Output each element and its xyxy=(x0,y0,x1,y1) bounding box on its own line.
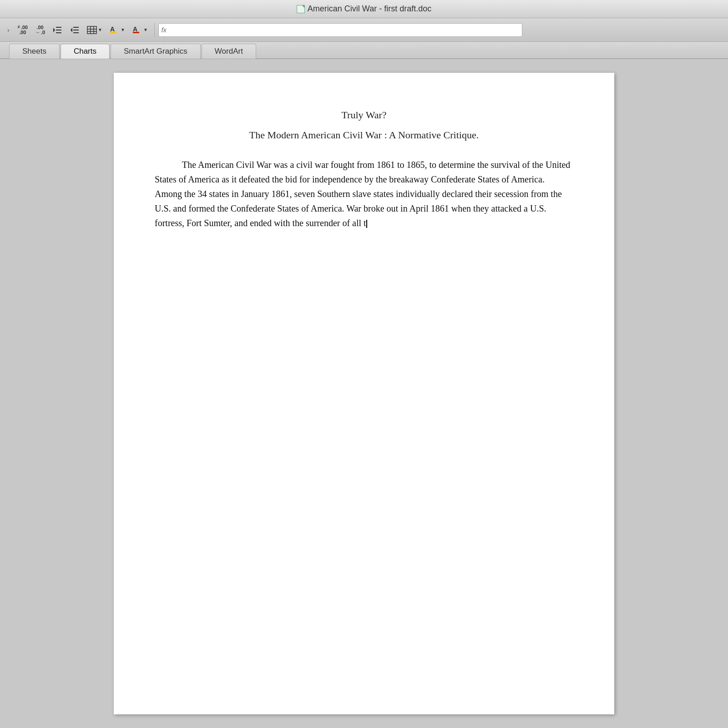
document-title-1: Truly War? xyxy=(155,109,573,121)
svg-text:A: A xyxy=(133,25,137,33)
formula-bar[interactable]: fx xyxy=(158,23,522,37)
tab-charts[interactable]: Charts xyxy=(61,44,110,59)
highlight-color-button[interactable]: A ▼ xyxy=(107,23,128,37)
fontcolor-dropdown-arrow: ▼ xyxy=(143,27,148,32)
font-color-icon: A xyxy=(132,25,142,35)
content-area: Truly War? The Modern American Civil War… xyxy=(0,59,728,728)
increase-decimal-button[interactable]: ≠.00 .00 xyxy=(15,23,30,37)
nav-arrow[interactable]: › xyxy=(4,25,13,35)
toolbar-separator xyxy=(154,23,155,37)
formula-fx-label: fx xyxy=(162,26,167,34)
decrease-indent-icon xyxy=(70,26,80,34)
highlight-dropdown-arrow: ▼ xyxy=(121,27,125,32)
document-body[interactable]: The American Civil War was a civil war f… xyxy=(155,157,573,230)
font-color-button[interactable]: A ▼ xyxy=(130,23,151,37)
document-page[interactable]: Truly War? The Modern American Civil War… xyxy=(114,73,614,714)
decrease-indent-button[interactable] xyxy=(67,24,82,36)
toolbar: › ≠.00 .00 .00 →.0 xyxy=(0,18,728,42)
tab-bar: Sheets Charts SmartArt Graphics WordArt xyxy=(0,42,728,59)
table-dropdown-arrow: ▼ xyxy=(98,27,102,32)
tab-smartart[interactable]: SmartArt Graphics xyxy=(111,44,201,59)
svg-marker-3 xyxy=(53,28,55,32)
highlight-icon: A xyxy=(110,25,120,35)
title-bar-content: American Civil War - first draft.doc xyxy=(297,4,431,14)
decimal-down-icon: .00 →.0 xyxy=(35,25,45,35)
svg-rect-14 xyxy=(110,32,116,33)
table-icon xyxy=(87,26,97,34)
text-cursor xyxy=(366,220,367,228)
svg-rect-16 xyxy=(133,32,139,33)
increase-indent-button[interactable] xyxy=(50,24,65,36)
document-body-text: The American Civil War was a civil war f… xyxy=(155,160,570,228)
formula-input[interactable] xyxy=(168,26,519,34)
svg-rect-8 xyxy=(87,26,96,34)
decimal-up-icon: ≠.00 .00 xyxy=(18,25,28,35)
decrease-decimal-button[interactable]: .00 →.0 xyxy=(32,23,48,37)
svg-marker-7 xyxy=(71,28,72,32)
insert-table-button[interactable]: ▼ xyxy=(84,24,105,36)
document-file-icon xyxy=(297,5,305,13)
tab-wordart[interactable]: WordArt xyxy=(202,44,256,59)
window-title: American Civil War - first draft.doc xyxy=(308,4,431,14)
document-paragraph[interactable]: The American Civil War was a civil war f… xyxy=(155,157,573,230)
increase-indent-icon xyxy=(52,26,62,34)
tab-sheets[interactable]: Sheets xyxy=(9,44,60,59)
svg-text:A: A xyxy=(110,25,115,33)
document-title-2: The Modern American Civil War : A Normat… xyxy=(155,129,573,141)
title-bar: American Civil War - first draft.doc xyxy=(0,0,728,18)
